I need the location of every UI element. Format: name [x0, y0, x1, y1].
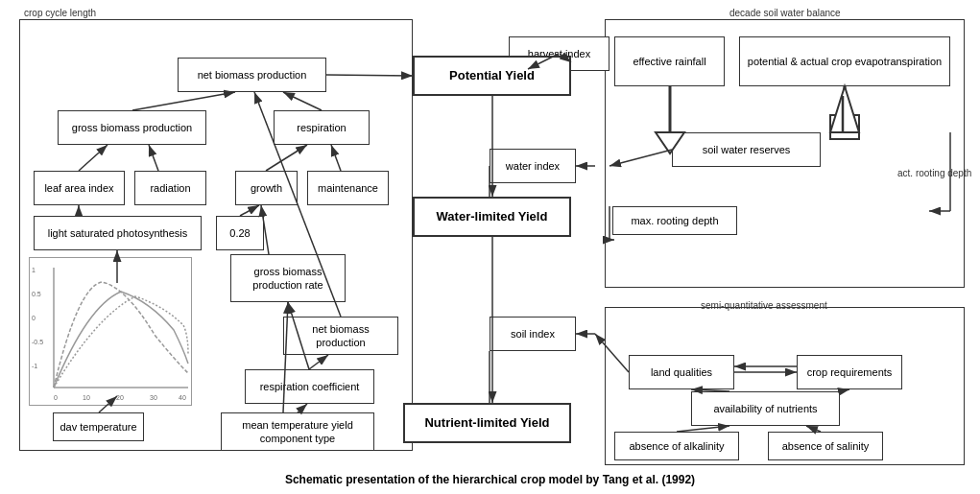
- svg-text:30: 30: [150, 394, 157, 401]
- absence-of-alkalinity-label: absence of alkalinity: [629, 439, 724, 453]
- absence-of-salinity-box: absence of salinity: [768, 432, 883, 460]
- effective-rainfall-label: effective rainfall: [633, 55, 705, 68]
- net-biomass-production-sub-label: net biomass production: [288, 322, 394, 350]
- radiation-box: radiation: [134, 171, 206, 205]
- svg-text:20: 20: [116, 394, 124, 401]
- respiration-coefficient-box: respiration coefficient: [245, 369, 374, 404]
- max-rooting-depth-box: max. rooting depth: [612, 206, 737, 235]
- mean-temperature-label: mean temperature yield component type: [226, 418, 370, 446]
- growth-label: growth: [251, 181, 282, 195]
- crop-requirements-label: crop requirements: [807, 365, 893, 379]
- potential-yield-box: Potential Yield: [413, 56, 571, 96]
- leaf-area-index-label: leaf area index: [44, 181, 113, 195]
- potential-actual-et-box: potential & actual crop evapotranspirati…: [739, 36, 950, 86]
- light-saturated-photosynthesis-label: light saturated photosynthesis: [48, 226, 188, 240]
- svg-text:1: 1: [32, 267, 36, 273]
- right-top-region-label: decade soil water balance: [729, 8, 841, 18]
- respiration-label: respiration: [297, 121, 346, 134]
- availability-of-nutrients-label: availability of nutrients: [713, 402, 817, 415]
- water-index-box: water index: [490, 149, 576, 183]
- photosynthetic-chart: 1 0.5 0 -0.5 -1 0 10 20 30 40: [29, 257, 192, 406]
- net-biomass-production-label: net biomass production: [198, 68, 307, 82]
- crop-requirements-box: crop requirements: [797, 355, 902, 389]
- light-saturated-photosynthesis-box: light saturated photosynthesis: [34, 216, 202, 250]
- gross-biomass-production-label: gross biomass production: [72, 121, 192, 134]
- diagram-container: crop cycle length decade soil water bala…: [0, 0, 980, 494]
- chart-svg: 1 0.5 0 -0.5 -1 0 10 20 30 40: [30, 258, 192, 406]
- act-rooting-depth-label: act. rooting depth: [897, 168, 971, 178]
- water-index-label: water index: [506, 159, 560, 173]
- maintenance-box: maintenance: [307, 171, 389, 205]
- land-qualities-box: land qualities: [629, 355, 734, 389]
- water-limited-yield-box: Water-limited Yield: [413, 197, 571, 237]
- svg-text:-0.5: -0.5: [32, 339, 43, 345]
- right-bottom-region-label: semi-quantitative assessment: [701, 300, 827, 311]
- dav-temperature-box: dav temperature: [53, 412, 144, 441]
- radiation-label: radiation: [150, 181, 190, 195]
- availability-of-nutrients-box: availability of nutrients: [691, 391, 840, 426]
- gross-biomass-production-box: gross biomass production: [58, 110, 206, 145]
- land-qualities-label: land qualities: [651, 365, 712, 379]
- water-limited-yield-label: Water-limited Yield: [437, 209, 548, 225]
- respiration-coefficient-label: respiration coefficient: [260, 380, 360, 393]
- potential-actual-et-label: potential & actual crop evapotranspirati…: [748, 55, 942, 68]
- soil-index-label: soil index: [511, 327, 555, 341]
- growth-box: growth: [235, 171, 298, 205]
- left-region-label: crop cycle length: [24, 8, 96, 18]
- absence-of-salinity-label: absence of salinity: [782, 439, 870, 453]
- svg-text:0: 0: [54, 394, 58, 401]
- soil-water-reserves-label: soil water reserves: [703, 143, 791, 156]
- mean-temperature-box: mean temperature yield component type: [221, 412, 374, 451]
- leaf-area-index-box: leaf area index: [34, 171, 125, 205]
- net-biomass-production-sub-box: net biomass production: [283, 317, 398, 355]
- gross-biomass-rate-label: gross biomass production rate: [235, 265, 341, 293]
- respiration-box: respiration: [274, 110, 370, 145]
- absence-of-alkalinity-box: absence of alkalinity: [614, 432, 739, 460]
- net-biomass-production-box: net biomass production: [178, 58, 326, 92]
- diagram-caption: Schematic presentation of the hierarchic…: [0, 473, 980, 486]
- soil-water-reserves-box: soil water reserves: [672, 132, 821, 167]
- effective-rainfall-box: effective rainfall: [614, 36, 725, 86]
- max-rooting-depth-label: max. rooting depth: [631, 214, 718, 227]
- svg-text:-1: -1: [32, 363, 37, 369]
- svg-text:0: 0: [32, 315, 36, 321]
- svg-text:40: 40: [179, 394, 186, 401]
- svg-text:0.5: 0.5: [32, 291, 41, 297]
- value-028-label: 0.28: [229, 226, 250, 240]
- svg-text:10: 10: [83, 394, 90, 401]
- nutrient-limited-yield-box: Nutrient-limited Yield: [403, 403, 571, 443]
- nutrient-limited-yield-label: Nutrient-limited Yield: [424, 415, 549, 432]
- potential-yield-label: Potential Yield: [449, 68, 535, 84]
- value-028-box: 0.28: [216, 216, 264, 250]
- maintenance-label: maintenance: [318, 181, 378, 195]
- gross-biomass-rate-box: gross biomass production rate: [230, 254, 346, 302]
- soil-index-box: soil index: [490, 317, 576, 351]
- caption-text: Schematic presentation of the hierarchic…: [285, 473, 695, 486]
- dav-temperature-label: dav temperature: [60, 420, 136, 434]
